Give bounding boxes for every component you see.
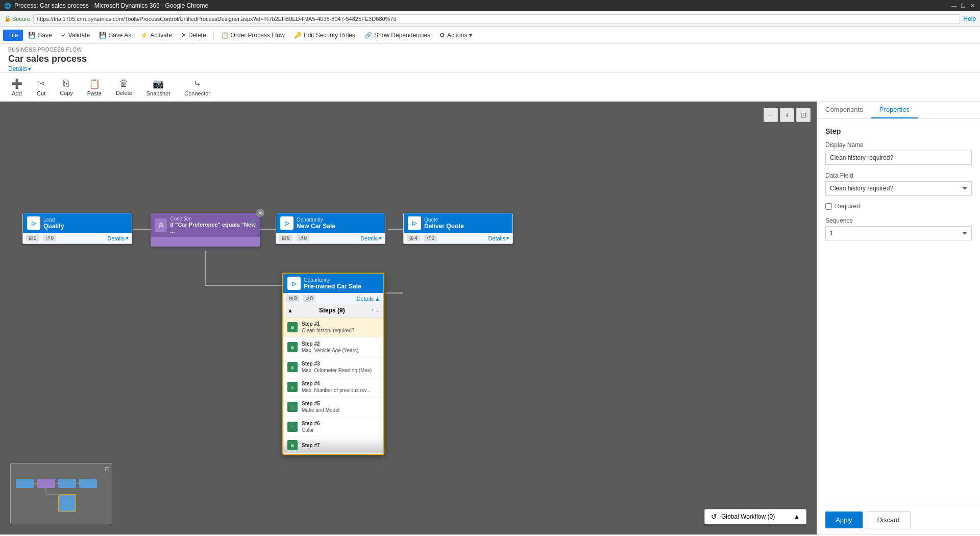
validate-button[interactable]: ✓ Validate <box>57 30 94 41</box>
lead-node[interactable]: ▷ Lead Qualify ⊞ 2 ↺ 0 Details ▾ <box>22 213 132 244</box>
step-item-1[interactable]: ≡ Step #1 Clean history required? <box>283 318 383 337</box>
steps-sort-controls[interactable]: ↑ ↓ <box>371 307 379 314</box>
quote-node[interactable]: ▷ Quote Deliver Quote ⊞ 4 ↺ 0 Details <box>403 213 513 244</box>
condition-node-info: Condition If "Car Preference" equals "Ne… <box>170 216 256 234</box>
fit-button[interactable]: ⊡ <box>796 108 811 122</box>
mm-svg <box>11 464 112 524</box>
connector-tool[interactable]: ⤷ Connector <box>181 76 213 99</box>
order-process-flow-button[interactable]: 📋 Order Process Flow <box>217 30 289 41</box>
step-item-2[interactable]: ≡ Step #2 Max. Vehicle Age (Years) <box>283 337 383 357</box>
paste-icon: 📋 <box>89 78 100 89</box>
step-5-icon: ≡ <box>287 402 298 412</box>
maximize-button[interactable]: ☐ <box>960 2 967 9</box>
global-workflow-icon: ↺ <box>711 513 717 521</box>
global-workflow-label: Global Workflow (0) <box>721 513 775 520</box>
mini-map-expand-icon[interactable]: ⊡ <box>105 466 110 473</box>
save-as-button[interactable]: 💾 Save As <box>95 30 135 41</box>
dependencies-icon: 🔗 <box>364 32 372 39</box>
apply-button[interactable]: Apply <box>825 511 863 528</box>
url-input[interactable]: https://trial1705.crm.dynamics.com/Tools… <box>33 14 960 23</box>
step-item-5[interactable]: ≡ Step #5 Make and Model <box>283 397 383 417</box>
close-button[interactable]: ✕ <box>969 2 976 9</box>
lead-refresh-count: ↺ 0 <box>43 235 57 241</box>
minimize-button[interactable]: — <box>950 2 958 9</box>
condition-close-button[interactable]: ✕ <box>256 209 264 217</box>
sequence-select[interactable]: 1 <box>825 226 972 240</box>
browser-icon: 🌐 <box>4 3 11 9</box>
delete-button[interactable]: ✕ Delete <box>177 30 210 41</box>
file-button[interactable]: File <box>3 30 23 41</box>
required-checkbox[interactable] <box>825 203 832 210</box>
step-item-7[interactable]: ≡ Step #7 <box>283 437 383 454</box>
opp-preowned-info: Opportunity Pre-owned Car Sale <box>304 277 361 290</box>
help-button[interactable]: Help <box>963 15 976 22</box>
opportunity-new-icon: ▷ <box>280 216 293 230</box>
opp-preowned-footer: ⊞ 9 ↺ 0 Details ▲ <box>283 293 383 304</box>
global-workflow-bar[interactable]: ↺ Global Workflow (0) ▲ <box>704 509 806 524</box>
opp-new-refresh-icon: ↺ <box>299 235 303 241</box>
opp-new-badge: ⊞ 6 <box>279 235 292 241</box>
steps-section: ▲ Steps (9) ↑ ↓ ≡ Step #1 Clean history … <box>283 304 383 454</box>
quote-refresh: ↺ 0 <box>424 235 437 241</box>
lead-details-button[interactable]: Details ▾ <box>107 235 129 241</box>
delete-canvas-tool[interactable]: 🗑 Delete <box>113 76 135 98</box>
opportunity-new-node[interactable]: ▷ Opportunity New Car Sale ⊞ 6 ↺ 0 Detai… <box>276 213 385 244</box>
step-6-icon: ≡ <box>287 422 298 432</box>
step-2-text: Step #2 Max. Vehicle Age (Years) <box>302 340 358 354</box>
details-link[interactable]: Details ▾ <box>8 65 972 72</box>
discard-button[interactable]: Discard <box>867 511 911 528</box>
opp-new-details-button[interactable]: Details ▾ <box>360 235 382 241</box>
quote-node-info: Quote Deliver Quote <box>424 217 464 230</box>
activate-button[interactable]: ⚡ Activate <box>136 30 176 41</box>
lead-node-footer: ⊞ 2 ↺ 0 Details ▾ <box>23 233 132 243</box>
actions-button[interactable]: ⚙ Actions ▾ <box>435 30 476 41</box>
show-dependencies-button[interactable]: 🔗 Show Dependencies <box>360 30 434 41</box>
steps-header: ▲ Steps (9) ↑ ↓ <box>283 304 383 318</box>
opp-new-badge-icon: ⊞ <box>282 235 286 241</box>
zoom-in-button[interactable]: + <box>780 108 794 122</box>
snapshot-icon: 📷 <box>153 78 164 89</box>
display-name-input[interactable] <box>825 151 972 165</box>
opp-preowned-badge: ⊞ 9 <box>286 295 300 302</box>
data-field-select[interactable]: Clean history required? <box>825 181 972 196</box>
quote-details-button[interactable]: Details ▾ <box>488 235 509 241</box>
step-1-text: Step #1 Clean history required? <box>302 321 354 334</box>
title-bar: 🌐 Process: Car sales process - Microsoft… <box>0 0 980 11</box>
save-button[interactable]: 💾 Save <box>24 30 56 41</box>
opportunity-new-footer: ⊞ 6 ↺ 0 Details ▾ <box>276 233 385 243</box>
step-6-text: Step #6 Color <box>302 420 320 433</box>
cut-tool[interactable]: ✂ Cut <box>34 76 48 99</box>
sort-up-icon[interactable]: ↑ <box>371 307 374 314</box>
opportunity-new-header: ▷ Opportunity New Car Sale <box>276 213 385 233</box>
global-workflow-chevron-icon: ▲ <box>794 513 800 520</box>
panel-footer: Apply Discard <box>817 505 980 534</box>
edit-security-roles-button[interactable]: 🔑 Edit Security Roles <box>290 30 359 41</box>
step-item-3[interactable]: ≡ Step #3 Max. Odometer Reading (Max) <box>283 357 383 377</box>
address-bar: 🔒 Secure https://trial1705.crm.dynamics.… <box>0 11 980 27</box>
opportunity-preowned-node[interactable]: ▷ Opportunity Pre-owned Car Sale ⊞ 9 ↺ 0… <box>282 273 384 455</box>
window-controls[interactable]: — ☐ ✕ <box>950 2 976 9</box>
order-icon: 📋 <box>221 32 229 39</box>
step-item-6[interactable]: ≡ Step #6 Color <box>283 417 383 437</box>
tab-properties[interactable]: Properties <box>871 102 918 118</box>
canvas-area[interactable]: − + ⊡ ▷ Lead Qualify ⊞ 2 ↺ <box>0 102 817 534</box>
copy-tool[interactable]: ⎘ Copy <box>57 76 76 98</box>
steps-triangle-icon: ▲ <box>287 307 293 313</box>
step-item-4[interactable]: ≡ Step #4 Max. Number of previous ow... <box>283 377 383 397</box>
paste-tool[interactable]: 📋 Paste <box>84 76 105 99</box>
actions-icon: ⚙ <box>439 32 445 39</box>
opp-preowned-refresh: ↺ 0 <box>303 295 316 302</box>
data-field-label: Data Field <box>825 172 972 179</box>
tab-components[interactable]: Components <box>817 102 871 118</box>
sort-down-icon[interactable]: ↓ <box>376 307 379 314</box>
add-tool[interactable]: ➕ Add <box>8 76 26 99</box>
right-panel: Components Properties Step Display Name … <box>817 102 980 534</box>
zoom-out-button[interactable]: − <box>764 108 778 122</box>
details-chevron-down-icon: ▾ <box>126 235 129 241</box>
quote-refresh-icon: ↺ <box>427 235 431 241</box>
snapshot-tool[interactable]: 📷 Snapshot <box>143 76 173 99</box>
condition-node[interactable]: ✕ ⊕ Condition If "Car Preference" equals… <box>151 213 260 247</box>
step-3-icon: ≡ <box>287 362 298 372</box>
opp-preowned-details-button[interactable]: Details ▲ <box>356 296 380 302</box>
quote-node-header: ▷ Quote Deliver Quote <box>404 213 512 233</box>
